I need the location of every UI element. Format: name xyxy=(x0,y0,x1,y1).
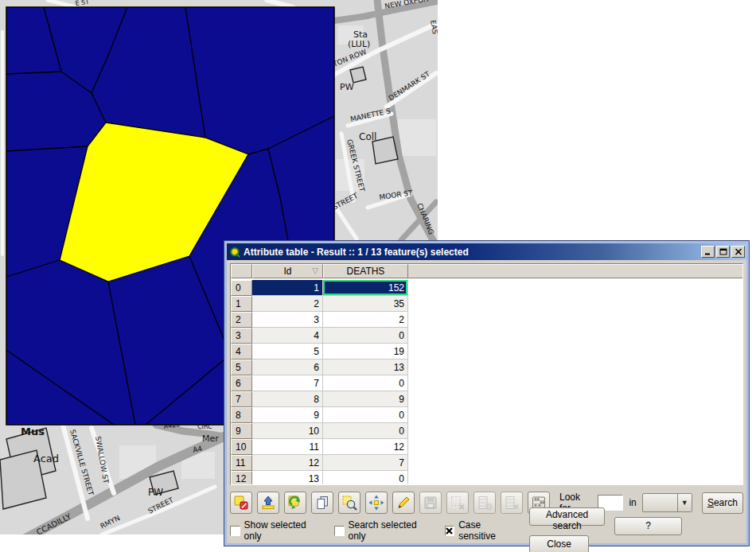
deaths-cell[interactable]: 0 xyxy=(323,328,408,344)
checkbox-search-selected-only[interactable]: Search selected only xyxy=(334,519,434,542)
map-label: Acad xyxy=(33,453,59,465)
move-selection-to-top-button[interactable] xyxy=(257,492,279,514)
column-header-deaths[interactable]: DEATHS xyxy=(323,264,408,278)
id-cell[interactable]: 9 xyxy=(252,407,323,423)
maximize-icon xyxy=(719,248,727,255)
id-cell[interactable]: 3 xyxy=(252,312,323,328)
delete-column-icon xyxy=(504,495,520,511)
checkbox-label: Show selected only xyxy=(244,519,323,542)
deaths-cell[interactable]: 152 xyxy=(323,280,408,296)
row-header-cell[interactable]: 7 xyxy=(231,391,252,407)
row-header-cell[interactable]: 10 xyxy=(231,439,252,455)
id-cell[interactable]: 10 xyxy=(252,423,323,439)
deaths-cell[interactable]: 19 xyxy=(323,344,408,360)
id-cell[interactable]: 4 xyxy=(252,328,323,344)
row-filler xyxy=(408,280,742,296)
deaths-cell[interactable]: 7 xyxy=(323,455,408,471)
delete-features-icon xyxy=(450,495,466,511)
qgis-icon xyxy=(229,247,240,258)
invert-selection-button[interactable] xyxy=(284,492,306,514)
row-filler xyxy=(408,455,742,471)
toggle-editing-icon xyxy=(396,495,411,511)
close-window-button[interactable] xyxy=(731,246,745,258)
unchecked-checkbox-icon[interactable] xyxy=(334,526,345,536)
dialog-title: Attribute table - Result :: 1 / 13 featu… xyxy=(244,247,699,258)
unselect-all-button[interactable] xyxy=(230,492,252,514)
help-button[interactable]: ? xyxy=(614,517,682,535)
deaths-cell[interactable]: 0 xyxy=(323,423,408,439)
unchecked-checkbox-icon[interactable] xyxy=(230,526,240,536)
row-filler xyxy=(408,328,742,344)
table-corner-cell[interactable] xyxy=(231,264,252,278)
new-column-button xyxy=(473,492,496,514)
row-header-cell[interactable]: 4 xyxy=(231,344,252,360)
header-filler xyxy=(408,264,742,278)
move-selection-to-top-icon xyxy=(260,495,276,511)
minimize-button[interactable] xyxy=(701,246,715,258)
row-header-cell[interactable]: 1 xyxy=(231,296,252,312)
copy-rows-button[interactable] xyxy=(311,492,333,514)
advanced-search-button[interactable]: Advanced search xyxy=(529,507,605,526)
close-button[interactable]: Close xyxy=(529,535,589,552)
row-header-cell[interactable]: 6 xyxy=(231,375,252,391)
unselect-all-icon xyxy=(233,495,249,511)
row-filler xyxy=(408,423,742,439)
checked-checkbox-icon[interactable] xyxy=(445,526,455,536)
id-cell[interactable]: 6 xyxy=(252,360,323,375)
column-header-id[interactable]: Id▽ xyxy=(252,264,323,278)
row-filler xyxy=(408,439,742,455)
id-cell[interactable]: 5 xyxy=(252,344,323,360)
row-header-cell[interactable]: 0 xyxy=(231,280,252,296)
save-edits-button xyxy=(419,492,442,514)
id-cell[interactable]: 8 xyxy=(252,391,323,407)
deaths-cell[interactable]: 9 xyxy=(323,391,408,407)
id-cell[interactable]: 11 xyxy=(252,439,323,455)
pan-to-selection-button[interactable] xyxy=(365,492,388,514)
checkbox-case-sensitive[interactable]: Case sensitive xyxy=(445,519,519,542)
copy-rows-icon xyxy=(314,495,330,511)
toggle-editing-button[interactable] xyxy=(392,492,415,514)
row-filler xyxy=(408,360,742,375)
map-label: (LUL) xyxy=(348,39,370,49)
zoom-to-selection-button[interactable] xyxy=(338,492,360,514)
save-edits-icon xyxy=(423,495,438,511)
deaths-cell[interactable]: 13 xyxy=(323,360,408,375)
deaths-cell[interactable]: 2 xyxy=(323,312,408,328)
deaths-cell[interactable]: 12 xyxy=(323,439,408,455)
minimize-icon xyxy=(704,248,712,255)
column-label: DEATHS xyxy=(347,266,385,277)
column-label: Id xyxy=(283,266,291,277)
deaths-cell[interactable]: 0 xyxy=(323,407,408,423)
deaths-cell[interactable]: 0 xyxy=(323,375,408,391)
map-label: Mus xyxy=(21,426,45,437)
checkbox-show-selected-only[interactable]: Show selected only xyxy=(230,519,323,542)
id-cell[interactable]: 7 xyxy=(252,375,323,391)
row-filler xyxy=(408,296,742,312)
id-cell[interactable]: 12 xyxy=(252,455,323,471)
map-label: Coll xyxy=(359,131,376,142)
row-header-cell[interactable]: 3 xyxy=(231,328,252,344)
row-filler xyxy=(408,407,742,423)
delete-column-button xyxy=(501,492,523,514)
row-header-cell[interactable]: 9 xyxy=(231,423,252,439)
row-filler xyxy=(408,312,742,328)
id-cell[interactable]: 2 xyxy=(252,296,323,312)
row-filler xyxy=(408,391,742,407)
new-column-icon xyxy=(477,495,493,511)
id-cell[interactable]: 1 xyxy=(252,280,323,296)
id-cell[interactable]: 13 xyxy=(252,471,323,485)
map-label: PW xyxy=(148,487,163,498)
row-header-cell[interactable]: 12 xyxy=(231,471,252,485)
row-header-cell[interactable]: 5 xyxy=(231,360,252,375)
delete-features-button xyxy=(446,492,469,514)
maximize-button[interactable] xyxy=(716,246,730,258)
deaths-cell[interactable]: 35 xyxy=(323,296,408,312)
dialog-title-bar[interactable]: Attribute table - Result :: 1 / 13 featu… xyxy=(227,243,746,260)
row-header-cell[interactable]: 8 xyxy=(231,407,252,423)
row-filler xyxy=(408,471,742,485)
deaths-cell[interactable]: 0 xyxy=(323,471,408,485)
attribute-table-dialog: Attribute table - Result :: 1 / 13 featu… xyxy=(224,240,750,546)
row-header-cell[interactable]: 11 xyxy=(231,455,252,471)
row-header-cell[interactable]: 2 xyxy=(231,312,252,328)
dialog-client-area: Id▽DEATHS0115212352323404519561367078989… xyxy=(227,260,746,543)
